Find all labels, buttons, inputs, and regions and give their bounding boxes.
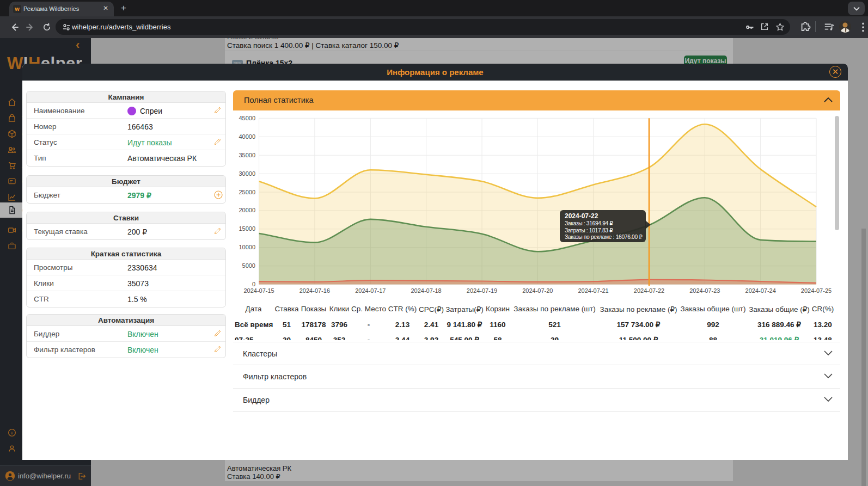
svg-text:15000: 15000 bbox=[239, 225, 255, 232]
svg-text:2024-07-15: 2024-07-15 bbox=[243, 287, 274, 294]
svg-text:40000: 40000 bbox=[239, 133, 255, 140]
svg-text:2024-07-22: 2024-07-22 bbox=[634, 287, 664, 294]
svg-text:2024-07-16: 2024-07-16 bbox=[299, 287, 330, 294]
svg-text:45000: 45000 bbox=[239, 115, 255, 121]
svg-text:2024-07-19: 2024-07-19 bbox=[467, 287, 497, 294]
svg-text:5000: 5000 bbox=[242, 262, 255, 269]
svg-text:0: 0 bbox=[252, 281, 255, 287]
svg-text:2024-07-25: 2024-07-25 bbox=[801, 287, 832, 294]
svg-text:30000: 30000 bbox=[239, 170, 255, 177]
svg-text:20000: 20000 bbox=[239, 207, 255, 213]
svg-text:2024-07-24: 2024-07-24 bbox=[745, 287, 776, 294]
svg-text:35000: 35000 bbox=[239, 152, 255, 158]
svg-text:2024-07-20: 2024-07-20 bbox=[522, 287, 553, 294]
svg-text:10000: 10000 bbox=[239, 244, 255, 250]
svg-text:2024-07-17: 2024-07-17 bbox=[355, 287, 386, 294]
svg-text:2024-07-23: 2024-07-23 bbox=[689, 287, 720, 294]
svg-text:2024-07-21: 2024-07-21 bbox=[578, 287, 608, 294]
svg-text:25000: 25000 bbox=[239, 189, 255, 195]
svg-text:2024-07-18: 2024-07-18 bbox=[411, 287, 441, 294]
